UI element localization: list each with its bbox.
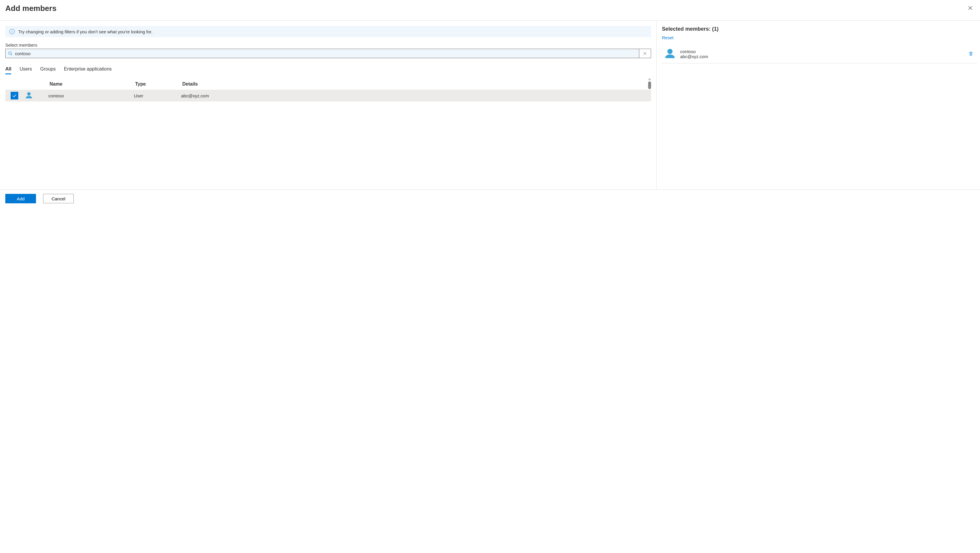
footer: Add Cancel xyxy=(0,190,980,207)
search-icon xyxy=(6,51,15,56)
row-name: contoso xyxy=(48,93,134,98)
clear-search-button[interactable] xyxy=(639,49,651,58)
selected-members-title: Selected members: (1) xyxy=(662,26,977,32)
tab-users[interactable]: Users xyxy=(19,66,32,74)
left-pane: i Try changing or adding filters if you … xyxy=(0,21,657,190)
row-type: User xyxy=(134,93,181,98)
search-field[interactable] xyxy=(5,49,651,58)
user-avatar-icon xyxy=(664,48,676,60)
row-checkbox[interactable] xyxy=(11,92,18,99)
close-icon xyxy=(967,5,973,11)
tab-groups[interactable]: Groups xyxy=(40,66,56,74)
result-row[interactable]: contoso User abc@xyz.com xyxy=(5,90,651,102)
clear-icon xyxy=(643,51,647,56)
remove-member-button[interactable] xyxy=(966,49,975,59)
column-header-details: Details xyxy=(182,81,651,87)
checkmark-icon xyxy=(12,93,17,98)
right-pane: Selected members: (1) Reset contoso abc@… xyxy=(657,21,980,190)
scrollbar[interactable] xyxy=(648,78,652,184)
info-icon: i xyxy=(10,29,15,34)
svg-point-1 xyxy=(8,52,11,54)
info-message-bar: i Try changing or adding filters if you … xyxy=(5,26,651,37)
scroll-up-arrow-icon xyxy=(648,78,651,80)
tab-enterprise-applications[interactable]: Enterprise applications xyxy=(64,66,112,74)
info-message-text: Try changing or adding filters if you do… xyxy=(18,29,153,34)
row-details: abc@xyz.com xyxy=(181,93,651,98)
column-header-type: Type xyxy=(135,81,182,87)
trash-icon xyxy=(968,51,974,56)
search-input[interactable] xyxy=(15,50,639,57)
svg-line-2 xyxy=(11,54,12,55)
cancel-button[interactable]: Cancel xyxy=(43,194,74,203)
results-column-headers: Name Type Details xyxy=(5,78,651,90)
reset-link[interactable]: Reset xyxy=(662,35,673,40)
filter-tabs: All Users Groups Enterprise applications xyxy=(5,66,651,74)
results-area: Name Type Details contoso User abc@xyz.c… xyxy=(5,78,651,184)
user-avatar-icon xyxy=(25,91,33,100)
selected-member-name: contoso xyxy=(680,49,966,54)
search-label: Select members xyxy=(5,43,651,48)
close-button[interactable] xyxy=(966,3,975,13)
column-header-name: Name xyxy=(49,81,135,87)
scroll-thumb[interactable] xyxy=(648,81,651,89)
add-button[interactable]: Add xyxy=(5,194,36,203)
tab-all[interactable]: All xyxy=(5,66,11,74)
panel-title: Add members xyxy=(5,4,56,13)
selected-member-item: contoso abc@xyz.com xyxy=(662,46,977,64)
selected-member-email: abc@xyz.com xyxy=(680,54,966,59)
